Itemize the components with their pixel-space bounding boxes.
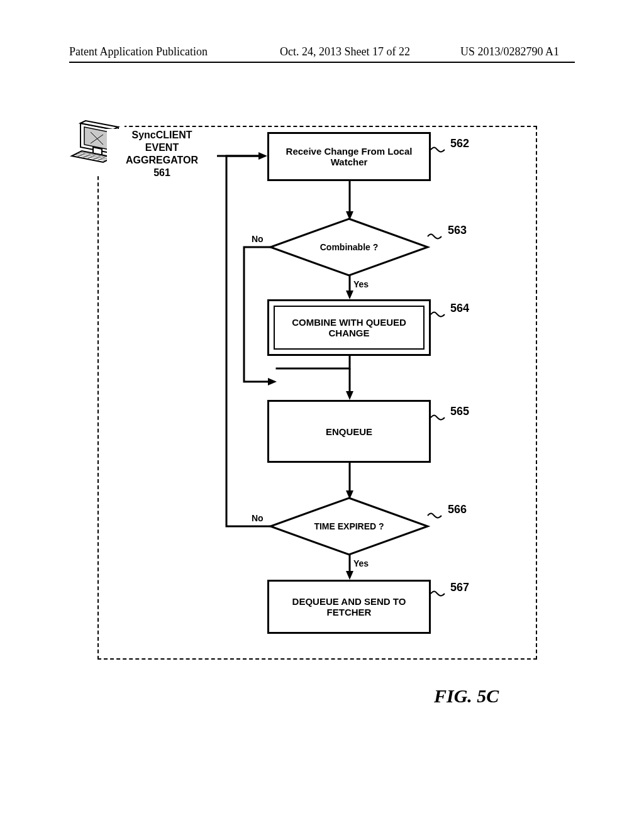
callout-562 — [431, 141, 451, 158]
arrow-564-565 — [275, 356, 354, 394]
title-line-2: EVENT — [107, 141, 217, 154]
callout-565 — [431, 409, 451, 426]
figure-label: FIG. 5C — [434, 685, 499, 707]
decision-563-text: Combinable ? — [270, 219, 428, 275]
arrow-566-567 — [345, 555, 354, 580]
connector-no-merge — [275, 380, 351, 384]
step-567: DEQUEUE AND SEND TO FETCHER — [267, 580, 431, 634]
ref-565: 565 — [450, 405, 469, 418]
aggregator-title: SyncCLIENT EVENT AGGREGATOR 561 — [107, 129, 217, 179]
ref-562: 562 — [450, 137, 469, 150]
edge-563-yes: Yes — [353, 279, 369, 289]
header-mid: Oct. 24, 2013 Sheet 17 of 22 — [280, 45, 410, 58]
callout-564 — [431, 306, 451, 323]
header-right: US 2013/0282790 A1 — [460, 45, 559, 58]
arrow-566-no-loop — [217, 155, 277, 532]
step-565: ENQUEUE — [267, 400, 431, 463]
step-562: Receive Change From Local Watcher — [267, 132, 431, 181]
step-564: COMBINE WITH QUEUED CHANGE — [267, 299, 431, 356]
page: Patent Application Publication Oct. 24, … — [0, 0, 644, 830]
step-562-text: Receive Change From Local Watcher — [274, 146, 424, 167]
step-567-text: DEQUEUE AND SEND TO FETCHER — [274, 596, 424, 617]
arrow-merge-565 — [345, 368, 354, 400]
title-line-1: SyncCLIENT — [107, 129, 217, 141]
step-565-text: ENQUEUE — [326, 426, 372, 437]
step-564-text: COMBINE WITH QUEUED CHANGE — [274, 317, 424, 338]
decision-563: Combinable ? — [270, 219, 428, 275]
arrow-565-566 — [345, 463, 354, 499]
title-line-4: 561 — [107, 167, 217, 179]
title-line-3: AGGREGATOR — [107, 154, 217, 167]
edge-566-yes: Yes — [353, 558, 369, 568]
svg-marker-23 — [346, 290, 353, 299]
ref-566: 566 — [448, 503, 467, 516]
callout-567 — [431, 585, 451, 602]
svg-marker-30 — [346, 571, 353, 580]
arrow-562-563 — [345, 181, 354, 220]
decision-566: TIME EXPIRED ? — [270, 498, 428, 555]
ref-563: 563 — [448, 224, 467, 237]
svg-marker-25 — [346, 391, 353, 400]
ref-567: 567 — [450, 581, 469, 594]
header-left: Patent Application Publication — [69, 45, 208, 58]
ref-564: 564 — [450, 302, 469, 315]
header-rule — [69, 62, 575, 63]
callout-563 — [428, 228, 448, 245]
decision-566-text: TIME EXPIRED ? — [270, 498, 428, 555]
callout-566 — [428, 507, 448, 524]
arrow-563-564 — [345, 275, 354, 299]
